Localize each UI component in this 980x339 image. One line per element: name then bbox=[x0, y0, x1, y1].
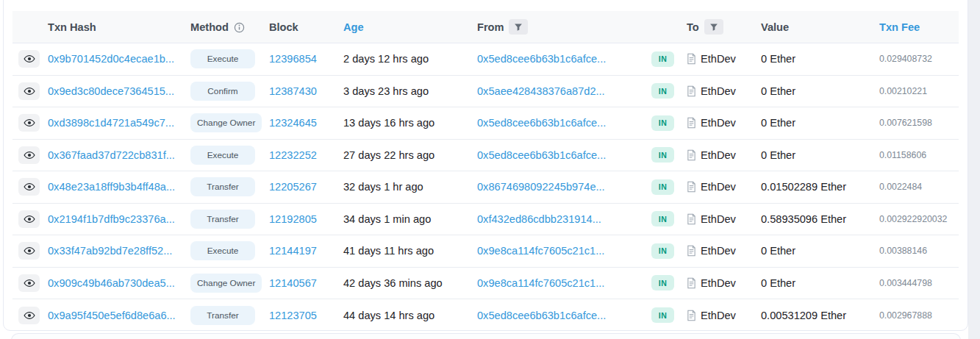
table-row: 0xd3898c1d4721a549c7... Change Owner 123… bbox=[12, 107, 959, 140]
block-link[interactable]: 12123705 bbox=[269, 310, 317, 321]
to-cell: EthDev bbox=[687, 213, 761, 225]
to-name-link[interactable]: EthDev bbox=[701, 53, 736, 65]
to-name-link[interactable]: EthDev bbox=[701, 310, 736, 321]
age-text: 44 days 14 hrs ago bbox=[343, 310, 434, 321]
method-cell: Transfer bbox=[190, 210, 269, 229]
to-name-link[interactable]: EthDev bbox=[701, 149, 736, 161]
row-action-cell bbox=[12, 114, 48, 132]
from-address-link[interactable]: 0x9e8ca114fc7605c21c1... bbox=[477, 245, 604, 257]
eye-button[interactable] bbox=[18, 210, 40, 228]
block-link[interactable]: 12387430 bbox=[269, 85, 317, 97]
txn-hash-link[interactable]: 0x909c49b46ab730dea5... bbox=[48, 277, 175, 289]
direction-cell: IN bbox=[651, 51, 687, 67]
txn-hash-link[interactable]: 0x2194f1b7dfb9c23376a... bbox=[48, 213, 175, 225]
from-address-link[interactable]: 0x8674698092245b974e... bbox=[477, 181, 605, 193]
header-txn-fee-sort-link[interactable]: Txn Fee bbox=[879, 21, 920, 33]
table-row: 0x2194f1b7dfb9c23376a... Transfer 121928… bbox=[12, 204, 959, 236]
value-text: 0 Ether bbox=[761, 149, 795, 161]
value-cell: 0 Ether bbox=[761, 53, 879, 65]
to-name-link[interactable]: EthDev bbox=[701, 85, 736, 97]
txn-fee-text: 0.029408732 bbox=[879, 54, 932, 64]
header-txn-fee: Txn Fee bbox=[879, 21, 959, 33]
direction-badge: IN bbox=[651, 51, 674, 67]
filter-icon bbox=[709, 23, 718, 32]
eye-button[interactable] bbox=[18, 178, 40, 196]
to-name-link[interactable]: EthDev bbox=[701, 277, 736, 289]
age-text: 34 days 1 min ago bbox=[343, 213, 431, 225]
txn-hash-link[interactable]: 0x33f47ab92bd7e28ff52... bbox=[48, 245, 172, 257]
txn-fee-text: 0.00210221 bbox=[879, 86, 927, 96]
to-name-link[interactable]: EthDev bbox=[701, 181, 736, 193]
eye-button[interactable] bbox=[18, 242, 40, 260]
row-action-cell bbox=[12, 210, 48, 228]
from-address-link[interactable]: 0xf432ed86cdbb231914... bbox=[477, 213, 601, 225]
header-age-sort-link[interactable]: Age bbox=[343, 21, 364, 33]
to-cell: EthDev bbox=[687, 117, 761, 129]
txn-hash-link[interactable]: 0x367faad37d722cb831f... bbox=[48, 149, 175, 161]
block-link[interactable]: 12232252 bbox=[269, 149, 317, 161]
from-address-link[interactable]: 0x5ed8cee6b63b1c6afce... bbox=[477, 53, 606, 65]
from-address-link[interactable]: 0x5ed8cee6b63b1c6afce... bbox=[477, 149, 606, 161]
method-cell: Confirm bbox=[190, 82, 269, 101]
to-filter-button[interactable] bbox=[704, 19, 723, 35]
direction-cell: IN bbox=[651, 307, 687, 323]
to-name-link[interactable]: EthDev bbox=[701, 245, 736, 257]
from-cell: 0x5ed8cee6b63b1c6afce... bbox=[477, 53, 651, 65]
block-link[interactable]: 12396854 bbox=[269, 53, 317, 65]
eye-button[interactable] bbox=[18, 274, 40, 292]
direction-cell: IN bbox=[651, 179, 687, 195]
txn-hash-link[interactable]: 0xd3898c1d4721a549c7... bbox=[48, 117, 174, 129]
from-cell: 0x5ed8cee6b63b1c6afce... bbox=[477, 310, 651, 321]
txn-hash-cell: 0x909c49b46ab730dea5... bbox=[48, 277, 190, 289]
page-gutter bbox=[968, 0, 980, 339]
age-cell: 2 days 12 hrs ago bbox=[343, 53, 477, 65]
txn-hash-link[interactable]: 0x48e23a18ff9b3b4ff48a... bbox=[48, 181, 175, 193]
from-address-link[interactable]: 0x5ed8cee6b63b1c6afce... bbox=[477, 310, 606, 321]
eye-button[interactable] bbox=[18, 82, 40, 100]
block-link[interactable]: 12144197 bbox=[269, 245, 317, 257]
from-address-link[interactable]: 0x5aee428438376a87d2... bbox=[477, 85, 605, 97]
txn-fee-text: 0.002922920032 bbox=[879, 214, 947, 224]
header-method-label: Method bbox=[190, 21, 229, 33]
method-cell: Change Owner bbox=[190, 113, 269, 132]
to-name-link[interactable]: EthDev bbox=[701, 213, 736, 225]
block-link[interactable]: 12192805 bbox=[269, 213, 317, 225]
direction-badge: IN bbox=[651, 83, 674, 99]
document-icon bbox=[687, 117, 696, 129]
to-cell: EthDev bbox=[687, 310, 761, 321]
from-address-link[interactable]: 0x9e8ca114fc7605c21c1... bbox=[477, 277, 604, 289]
txn-hash-link[interactable]: 0x9ed3c80dece7364515... bbox=[48, 85, 174, 97]
header-from-label: From bbox=[477, 21, 504, 33]
eye-button[interactable] bbox=[18, 146, 40, 164]
method-badge: Transfer bbox=[190, 177, 255, 196]
eye-icon bbox=[24, 213, 35, 225]
eye-icon bbox=[24, 117, 35, 129]
row-action-cell bbox=[12, 178, 48, 196]
direction-badge: IN bbox=[651, 147, 674, 163]
eye-icon bbox=[24, 149, 35, 161]
to-cell: EthDev bbox=[687, 85, 761, 97]
age-cell: 13 days 16 hrs ago bbox=[343, 117, 477, 129]
txn-fee-cell: 0.029408732 bbox=[879, 54, 959, 64]
txn-fee-cell: 0.01158606 bbox=[879, 150, 959, 160]
table-row: 0x9a95f450e5ef6d8e6a6... Transfer 121237… bbox=[12, 299, 959, 331]
age-cell: 27 days 22 hrs ago bbox=[343, 149, 477, 161]
block-link[interactable]: 12324645 bbox=[269, 117, 317, 129]
from-filter-button[interactable] bbox=[509, 19, 528, 35]
document-icon bbox=[687, 85, 696, 97]
info-icon[interactable] bbox=[234, 22, 245, 33]
value-cell: 0.01502289 Ether bbox=[761, 181, 879, 193]
to-name-link[interactable]: EthDev bbox=[701, 117, 736, 129]
block-link[interactable]: 12140567 bbox=[269, 277, 317, 289]
eye-icon bbox=[24, 310, 35, 321]
from-address-link[interactable]: 0x5ed8cee6b63b1c6afce... bbox=[477, 117, 606, 129]
txn-hash-link[interactable]: 0x9b701452d0c4ecae1b... bbox=[48, 53, 174, 65]
header-method: Method bbox=[190, 21, 269, 33]
block-link[interactable]: 12205267 bbox=[269, 181, 317, 193]
eye-button[interactable] bbox=[18, 307, 40, 324]
txn-hash-link[interactable]: 0x9a95f450e5ef6d8e6a6... bbox=[48, 310, 176, 321]
next-section-top-edge bbox=[11, 333, 961, 339]
txn-hash-cell: 0xd3898c1d4721a549c7... bbox=[48, 117, 190, 129]
eye-button[interactable] bbox=[18, 50, 40, 68]
eye-button[interactable] bbox=[18, 114, 40, 132]
